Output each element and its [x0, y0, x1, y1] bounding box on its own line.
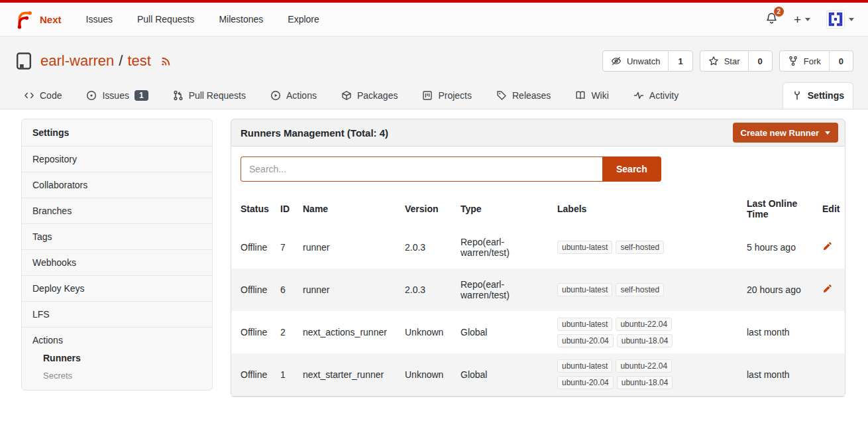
- create-new-button[interactable]: +: [794, 13, 810, 26]
- panel-header: Runners Management (Total: 4) Create new…: [231, 119, 845, 147]
- runner-name: runner: [298, 269, 400, 311]
- runner-type: Repo(earl-warren/test): [455, 269, 552, 311]
- column-header-status: Status: [231, 192, 275, 226]
- nav-item-explore[interactable]: Explore: [288, 14, 319, 25]
- star-button[interactable]: Star: [700, 51, 748, 71]
- unwatch-count[interactable]: 1: [668, 51, 692, 71]
- runner-label: ubuntu-latest: [557, 241, 612, 254]
- sidebar-item-lfs[interactable]: LFS: [22, 301, 212, 327]
- navbar-right: 2 +: [765, 10, 854, 29]
- tab-code[interactable]: Code: [15, 82, 71, 109]
- package-icon: [341, 90, 352, 101]
- git-fork-icon: [788, 56, 798, 66]
- brand-label[interactable]: Next: [40, 14, 62, 25]
- runners-panel: Runners Management (Total: 4) Create new…: [231, 119, 845, 397]
- repo-title: earl-warren / test: [40, 52, 172, 70]
- runner-label: ubuntu-20.04: [557, 376, 614, 389]
- runner-status: Offline: [231, 226, 275, 269]
- unwatch-button[interactable]: Unwatch: [603, 51, 669, 71]
- runner-labels: ubuntu-latestself-hosted: [552, 226, 741, 269]
- sidebar-item-actions[interactable]: Actions: [22, 328, 212, 349]
- tab-label: Projects: [438, 90, 472, 101]
- notifications-bell-icon[interactable]: 2: [765, 12, 778, 27]
- project-icon: [422, 90, 433, 101]
- table-row: Offline6runner2.0.3Repo(earl-warren/test…: [231, 269, 845, 311]
- nav-item-issues[interactable]: Issues: [86, 14, 113, 25]
- column-header-name: Name: [298, 192, 400, 226]
- search-input[interactable]: [241, 156, 602, 182]
- create-new-runner-label: Create new Runner: [741, 128, 819, 138]
- edit-runner-button[interactable]: [822, 241, 832, 251]
- tab-pull-requests[interactable]: Pull Requests: [164, 82, 255, 109]
- tab-packages[interactable]: Packages: [332, 82, 407, 109]
- repo-separator: /: [119, 52, 123, 70]
- repo-name-link[interactable]: test: [127, 52, 150, 70]
- sidebar-item-deploy-keys[interactable]: Deploy Keys: [22, 275, 212, 301]
- column-header-edit: Edit: [817, 192, 845, 226]
- runner-labels: ubuntu-latestubuntu-22.04ubuntu-20.04ubu…: [552, 353, 741, 396]
- top-navbar: Next IssuesPull RequestsMilestonesExplor…: [0, 3, 868, 36]
- runner-name: next_starter_runner: [298, 353, 400, 396]
- fork-count[interactable]: 0: [829, 51, 853, 71]
- tab-wiki[interactable]: Wiki: [566, 82, 618, 109]
- fork-button[interactable]: Fork: [780, 51, 829, 71]
- notification-count-badge: 2: [774, 7, 784, 17]
- eye-slash-icon: [611, 56, 622, 66]
- user-menu-button[interactable]: [826, 10, 854, 29]
- nav-item-milestones[interactable]: Milestones: [219, 14, 263, 25]
- play-circle-icon: [270, 90, 281, 101]
- forgejo-logo-icon[interactable]: [14, 9, 34, 29]
- runner-label: ubuntu-22.04: [616, 318, 672, 331]
- sidebar-item-branches[interactable]: Branches: [22, 198, 212, 223]
- star-icon: [708, 56, 719, 66]
- tab-activity[interactable]: Activity: [624, 82, 688, 109]
- plus-icon: +: [794, 13, 801, 26]
- sidebar-item-tags[interactable]: Tags: [22, 223, 212, 249]
- search-button[interactable]: Search: [602, 156, 661, 182]
- repo-owner-link[interactable]: earl-warren: [40, 52, 114, 70]
- tab-actions[interactable]: Actions: [261, 82, 326, 109]
- runner-last-online: last month: [741, 311, 817, 353]
- runner-label: ubuntu-latest: [557, 283, 612, 296]
- avatar: [826, 10, 845, 29]
- sidebar-item-collaborators[interactable]: Collaborators: [22, 172, 212, 198]
- runner-last-online: 5 hours ago: [741, 226, 817, 269]
- sidebar-subitem-runners[interactable]: Runners: [22, 349, 212, 367]
- star-count[interactable]: 0: [748, 51, 772, 71]
- runner-edit-cell: [817, 269, 845, 311]
- tab-count-badge: 1: [135, 90, 148, 101]
- tab-settings[interactable]: Settings: [783, 82, 853, 109]
- runner-name: next_actions_runner: [298, 311, 400, 353]
- nav-item-pull-requests[interactable]: Pull Requests: [137, 14, 194, 25]
- tab-label: Actions: [286, 90, 317, 101]
- runner-label: self-hosted: [616, 283, 664, 296]
- runner-status: Offline: [231, 353, 275, 396]
- create-new-runner-button[interactable]: Create new Runner: [733, 123, 838, 143]
- edit-runner-button[interactable]: [822, 284, 832, 294]
- panel-body: Search StatusIDNameVersionTypeLabelsLast…: [231, 147, 845, 397]
- pulse-icon: [633, 90, 644, 101]
- column-header-last-online-time: Last Online Time: [741, 192, 817, 226]
- runner-label: self-hosted: [616, 241, 664, 254]
- rss-feed-icon[interactable]: [160, 55, 172, 67]
- sidebar-subitem-secrets[interactable]: Secrets: [22, 367, 212, 390]
- labels-list: ubuntu-latestself-hosted: [557, 283, 690, 296]
- sidebar-header: Settings: [22, 119, 212, 146]
- repo-actions: Unwatch1Star0Fork0: [602, 50, 853, 72]
- labels-list: ubuntu-latestubuntu-22.04ubuntu-20.04ubu…: [557, 359, 690, 389]
- settings-sidebar: Settings RepositoryCollaboratorsBranches…: [21, 119, 213, 391]
- runner-labels: ubuntu-latestubuntu-22.04ubuntu-20.04ubu…: [552, 311, 741, 353]
- column-header-id: ID: [275, 192, 298, 226]
- column-header-version: Version: [400, 192, 455, 226]
- tab-issues[interactable]: Issues1: [77, 82, 157, 109]
- star-button-group: Star0: [700, 50, 773, 72]
- repo-header: earl-warren / test Unwatch1Star0Fork0 Co…: [0, 36, 868, 109]
- git-pull-request-icon: [173, 90, 184, 101]
- sidebar-item-webhooks[interactable]: Webhooks: [22, 249, 212, 275]
- sidebar-item-repository[interactable]: Repository: [22, 146, 212, 172]
- tab-projects[interactable]: Projects: [413, 82, 481, 109]
- repo-tabs: CodeIssues1Pull RequestsActionsPackagesP…: [15, 82, 853, 109]
- runner-label: ubuntu-18.04: [617, 376, 673, 389]
- runner-last-online: last month: [741, 353, 817, 396]
- tab-releases[interactable]: Releases: [487, 82, 560, 109]
